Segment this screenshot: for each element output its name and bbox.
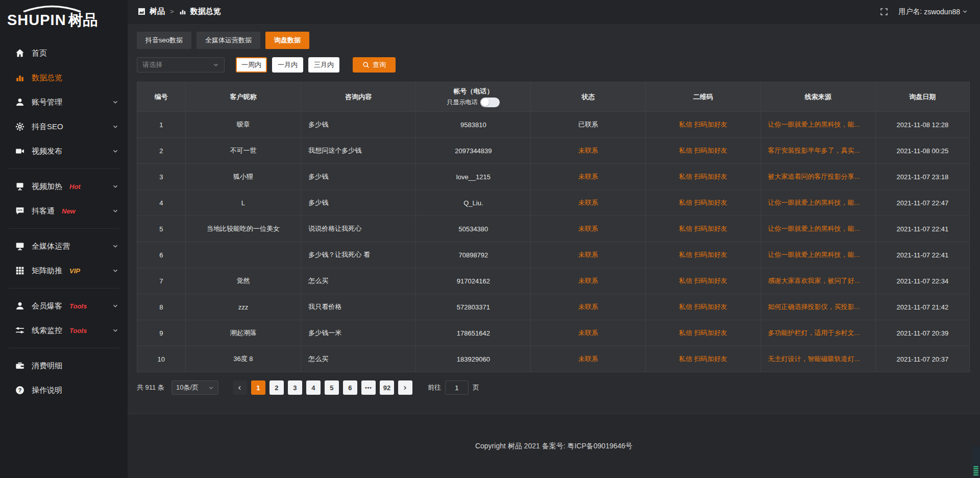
- next-page-button[interactable]: [398, 380, 412, 395]
- filter-row: 请选择 一周内一月内三月内 查询: [137, 57, 970, 73]
- cell-index: 1: [137, 112, 186, 138]
- breadcrumb-current: 数据总览: [190, 7, 221, 16]
- cell-qrcode-link[interactable]: 私信 扫码加好友: [646, 320, 761, 346]
- cell-status: 未联系: [531, 242, 646, 268]
- cell-source-link[interactable]: 让你一眼就爱上的黑科技，能...: [761, 112, 875, 138]
- goto-page-input[interactable]: [445, 380, 469, 395]
- cell-source-link[interactable]: 让你一眼就爱上的黑科技，能...: [761, 190, 875, 216]
- user-menu[interactable]: 用户名: zswodun88: [898, 7, 968, 16]
- cell-status: 未联系: [531, 346, 646, 372]
- cell-status: 未联系: [531, 138, 646, 164]
- page-button-active[interactable]: 1: [251, 380, 265, 395]
- page-button[interactable]: 3: [288, 380, 302, 395]
- phone-only-toggle[interactable]: [480, 98, 500, 107]
- sidebar-item[interactable]: 视频加热 Hot: [0, 174, 128, 199]
- data-tabs: 抖音seo数据全媒体运营数据询盘数据: [137, 32, 970, 49]
- chevron-down-icon: [112, 208, 118, 214]
- cell-account: 70898792: [416, 242, 531, 268]
- page-button[interactable]: 4: [306, 380, 321, 395]
- sliders-icon: [15, 326, 24, 335]
- cell-qrcode-link[interactable]: 私信 扫码加好友: [646, 294, 761, 320]
- search-button[interactable]: 查询: [353, 57, 396, 73]
- prev-page-button[interactable]: [233, 380, 247, 395]
- cell-source-link[interactable]: 无主灯设计，智能磁吸轨道灯...: [761, 346, 875, 372]
- cell-status: 未联系: [531, 268, 646, 294]
- sidebar-item[interactable]: 抖音SEO: [0, 114, 128, 139]
- page-button[interactable]: 5: [325, 380, 339, 395]
- chevron-down-icon: [112, 243, 118, 249]
- goto-suffix: 页: [473, 383, 479, 392]
- tab[interactable]: 全媒体运营数据: [197, 32, 260, 49]
- table-row: 3狐小狸多少钱love__1215未联系私信 扫码加好友被大家追着问的客厅投影分…: [137, 164, 970, 190]
- breadcrumb-root[interactable]: 树品: [150, 7, 165, 16]
- sidebar-item[interactable]: 视频发布: [0, 139, 128, 163]
- column-header: 客户昵称: [185, 82, 301, 112]
- cell-source-link[interactable]: 被大家追着问的客厅投影分享...: [761, 164, 875, 190]
- page-ellipsis-button[interactable]: •••: [361, 380, 376, 395]
- cell-source-link[interactable]: 如何正确选择投影仪，买投影...: [761, 294, 875, 320]
- gear-icon: [15, 122, 24, 131]
- cell-qrcode-link[interactable]: 私信 扫码加好友: [646, 216, 761, 242]
- sidebar-item-label: 操作说明: [32, 386, 62, 395]
- period-button-group: 一周内一月内三月内: [236, 57, 339, 73]
- table-body: 1暧章多少钱9583810已联系私信 扫码加好友让你一眼就爱上的黑科技，能...…: [137, 112, 970, 372]
- chevron-down-icon: [112, 303, 118, 309]
- sidebar-item[interactable]: 会员爆客 Tools: [0, 294, 128, 318]
- chevron-down-icon: [962, 9, 968, 14]
- column-header-label: 帐号（电话）: [416, 86, 530, 97]
- filter-select[interactable]: 请选择: [137, 57, 225, 73]
- sidebar-item[interactable]: ? 操作说明: [0, 378, 128, 402]
- sidebar-item[interactable]: 抖客通 New: [0, 199, 128, 223]
- cell-qrcode-link[interactable]: 私信 扫码加好友: [646, 346, 761, 372]
- cell-source-link[interactable]: 客厅安装投影半年多了，真实...: [761, 138, 875, 164]
- page-button[interactable]: 2: [270, 380, 284, 395]
- filter-select-placeholder: 请选择: [142, 60, 162, 69]
- cell-qrcode-link[interactable]: 私信 扫码加好友: [646, 138, 761, 164]
- sidebar-item[interactable]: 首页: [0, 41, 128, 65]
- cell-source-link[interactable]: 让你一眼就爱上的黑科技，能...: [761, 216, 875, 242]
- video-icon: [15, 147, 24, 156]
- sidebar-item[interactable]: 账号管理: [0, 90, 128, 114]
- page-button[interactable]: 6: [343, 380, 357, 395]
- cell-content: 多少钱？让我死心 看: [301, 242, 416, 268]
- sidebar-item[interactable]: 矩阵助推 VIP: [0, 258, 128, 283]
- sidebar-item-label: 线索监控: [32, 326, 62, 336]
- cell-account: 572803371: [416, 294, 531, 320]
- cell-qrcode-link[interactable]: 私信 扫码加好友: [646, 190, 761, 216]
- cell-account: 178651642: [416, 320, 531, 346]
- fullscreen-icon[interactable]: [880, 8, 888, 16]
- period-button[interactable]: 一月内: [272, 57, 303, 73]
- sidebar-item[interactable]: 全媒体运营: [0, 234, 128, 258]
- cell-source-link[interactable]: 多功能护栏灯，适用于乡村文...: [761, 320, 875, 346]
- period-button[interactable]: 一周内: [236, 57, 267, 73]
- cell-account: 183929060: [416, 346, 531, 372]
- tab[interactable]: 抖音seo数据: [137, 32, 191, 49]
- sidebar-item[interactable]: 数据总览: [0, 65, 128, 90]
- cell-qrcode-link[interactable]: 私信 扫码加好友: [646, 242, 761, 268]
- cell-qrcode-link[interactable]: 私信 扫码加好友: [646, 112, 761, 138]
- column-header: 线索来源: [761, 82, 875, 112]
- cell-status: 未联系: [531, 294, 646, 320]
- cell-qrcode-link[interactable]: 私信 扫码加好友: [646, 268, 761, 294]
- menu-divider: [8, 228, 119, 229]
- page-size-select[interactable]: 10条/页: [172, 380, 218, 395]
- sidebar-item-badge: VIP: [69, 267, 80, 275]
- cell-account: 9583810: [416, 112, 531, 138]
- cell-source-link[interactable]: 感谢大家喜欢我家，被问了好...: [761, 268, 875, 294]
- cell-qrcode-link[interactable]: 私信 扫码加好友: [646, 164, 761, 190]
- sidebar-item-label: 消费明细: [32, 361, 62, 371]
- tab[interactable]: 询盘数据: [265, 32, 309, 49]
- sidebar-item-label: 账号管理: [32, 98, 62, 107]
- cell-source-link[interactable]: 让你一眼就爱上的黑科技，能...: [761, 242, 875, 268]
- mini-widget[interactable]: [972, 446, 980, 478]
- sidebar-item[interactable]: 消费明细: [0, 353, 128, 378]
- breadcrumb: 树品 > 数据总览: [138, 7, 221, 16]
- period-button[interactable]: 三月内: [308, 57, 339, 73]
- cell-nickname: 不可一世: [185, 138, 301, 164]
- table-row: 8zzz我只看价格572803371未联系私信 扫码加好友如何正确选择投影仪，买…: [137, 294, 970, 320]
- table-row: 2不可一世我想问这个多少钱2097344839未联系私信 扫码加好友客厅安装投影…: [137, 138, 970, 164]
- cell-account: love__1215: [416, 164, 531, 190]
- sidebar-item[interactable]: 线索监控 Tools: [0, 318, 128, 343]
- cell-date: 2021-11-07 21:42: [875, 294, 969, 320]
- page-button[interactable]: 92: [380, 380, 394, 395]
